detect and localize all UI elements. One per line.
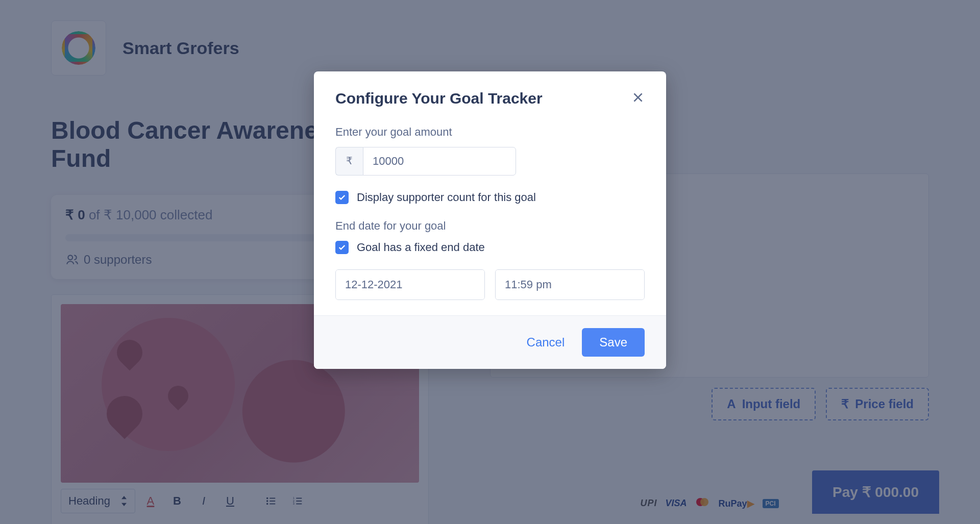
display-supporters-label: Display supporter count for this goal bbox=[357, 191, 536, 204]
check-icon bbox=[338, 193, 346, 202]
goal-config-modal: Configure Your Goal Tracker Enter your g… bbox=[314, 71, 666, 369]
end-time-input[interactable] bbox=[496, 270, 645, 300]
save-button[interactable]: Save bbox=[582, 328, 645, 357]
close-icon bbox=[631, 91, 645, 104]
modal-title: Configure Your Goal Tracker bbox=[335, 90, 543, 107]
cancel-button[interactable]: Cancel bbox=[522, 328, 570, 357]
end-date-field bbox=[335, 269, 485, 300]
currency-prefix: ₹ bbox=[335, 147, 363, 176]
check-icon bbox=[338, 243, 346, 252]
goal-amount-input[interactable] bbox=[363, 147, 516, 176]
end-date-input[interactable] bbox=[336, 270, 485, 300]
amount-label: Enter your goal amount bbox=[335, 126, 645, 139]
end-time-field bbox=[495, 269, 645, 300]
display-supporters-checkbox[interactable] bbox=[335, 191, 349, 204]
fixed-end-date-checkbox[interactable] bbox=[335, 241, 349, 254]
close-button[interactable] bbox=[631, 91, 645, 106]
fixed-end-date-label: Goal has a fixed end date bbox=[357, 241, 485, 254]
end-date-label: End date for your goal bbox=[335, 219, 645, 233]
modal-overlay[interactable]: Configure Your Goal Tracker Enter your g… bbox=[0, 0, 980, 524]
